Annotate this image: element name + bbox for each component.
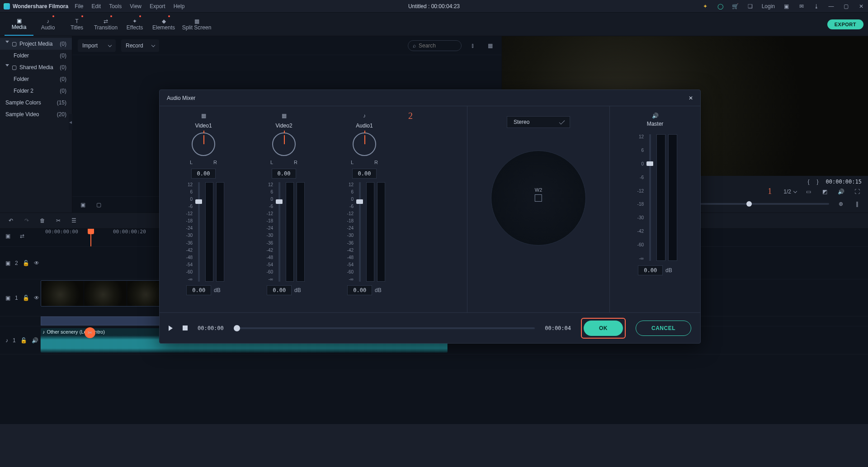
maximize-icon[interactable]: ▢ <box>843 3 849 9</box>
tab-titles[interactable]: TTitles <box>62 13 91 36</box>
mail-icon[interactable]: ✉ <box>798 3 805 9</box>
gift-icon[interactable]: ❏ <box>747 3 754 9</box>
split-icon[interactable]: ✂ <box>55 217 61 224</box>
fullscreen-icon[interactable]: ⛶ <box>853 187 862 196</box>
sidebar-shared-media[interactable]: ▢Shared Media (0) <box>0 61 72 73</box>
menu-file[interactable]: File <box>75 3 83 9</box>
folder-open-icon[interactable]: ▢ <box>95 201 102 208</box>
settings-icon[interactable]: ☰ <box>71 217 77 224</box>
mark-in-icon[interactable]: { <box>807 179 809 185</box>
sidebar-folder[interactable]: Folder(0) <box>0 73 72 85</box>
zoom-fit-icon[interactable]: ‖ <box>853 199 862 208</box>
support-icon[interactable]: ◯ <box>717 3 724 9</box>
delete-icon[interactable]: 🗑 <box>39 217 46 224</box>
split-marker-icon[interactable]: ✂ <box>85 327 95 338</box>
master-gain-value[interactable]: 0.00 <box>638 265 663 275</box>
tab-audio[interactable]: ♪Audio <box>33 13 62 36</box>
channel-meter: 1260-6-12-18-24-30-36-42-48-54-60-∞ <box>183 182 224 282</box>
pan-value[interactable]: 0.00 <box>352 169 377 179</box>
snapshot-icon[interactable]: ◩ <box>820 187 829 196</box>
close-icon[interactable]: ✕ <box>689 95 693 101</box>
sidebar-folder[interactable]: Folder(0) <box>0 50 72 61</box>
chevron-down-icon <box>559 119 565 125</box>
elements-icon: ◆ <box>160 18 167 24</box>
mute-icon[interactable]: 🔊 <box>32 337 38 344</box>
master-fader[interactable] <box>649 134 651 261</box>
gain-value[interactable]: 0.00 <box>186 285 211 295</box>
tab-media[interactable]: ▣Media <box>5 13 33 36</box>
mark-out-icon[interactable]: } <box>817 179 819 185</box>
collapse-sidebar-icon[interactable]: ◂ <box>69 114 72 130</box>
ruler-mark: 00:00:00:20 <box>113 229 146 235</box>
cancel-button[interactable]: CANCEL <box>636 321 691 336</box>
filter-icon[interactable]: ⫿ <box>467 40 479 52</box>
close-icon[interactable]: ✕ <box>858 3 864 9</box>
tab-elements[interactable]: ◆Elements <box>149 13 178 36</box>
ribbon-tabs: ▣Media ♪Audio TTitles ⇄Transition ✦Effec… <box>0 13 868 36</box>
gain-fader[interactable] <box>359 182 361 282</box>
login-button[interactable]: Login <box>762 3 775 9</box>
lock-icon[interactable]: 🔓 <box>20 337 27 344</box>
output-mode-select[interactable]: Stereo <box>507 116 570 128</box>
pan-knob[interactable] <box>272 132 296 156</box>
sidebar-sample-colors[interactable]: Sample Colors(15) <box>0 97 72 108</box>
app-name: Wondershare Filmora <box>13 3 68 9</box>
pan-value[interactable]: 0.00 <box>272 169 297 179</box>
play-slider[interactable] <box>234 327 535 329</box>
zoom-in-icon[interactable]: ⊕ <box>836 199 845 208</box>
mixer-transport: 00:00:00 00:00:04 <box>169 325 571 331</box>
tab-transition[interactable]: ⇄Transition <box>91 13 120 36</box>
gain-value[interactable]: 0.00 <box>267 285 292 295</box>
menu-help[interactable]: Help <box>174 3 185 9</box>
menu-export[interactable]: Export <box>150 3 165 9</box>
stop-icon[interactable] <box>183 325 188 330</box>
surround-panner[interactable]: W2 <box>491 151 586 245</box>
zoom-select[interactable]: 1/2 <box>783 189 797 195</box>
idea-icon[interactable]: ✦ <box>702 3 709 9</box>
sidebar-sample-video[interactable]: Sample Video(20) <box>0 108 72 120</box>
fader-thumb-icon <box>646 161 654 166</box>
volume-icon[interactable]: 🔊 <box>836 187 845 196</box>
clip-icon[interactable]: ▣ <box>5 232 11 239</box>
save-icon[interactable]: ▣ <box>783 3 790 9</box>
sidebar-project-media[interactable]: ▢Project Media (0) <box>0 38 72 50</box>
pan-value[interactable]: 0.00 <box>191 169 216 179</box>
tab-effects[interactable]: ✦Effects <box>120 13 149 36</box>
record-dropdown[interactable]: Record <box>121 39 159 52</box>
menu-tools[interactable]: Tools <box>109 3 122 9</box>
pan-knob[interactable] <box>192 132 215 156</box>
search-input[interactable]: ⌕ <box>408 40 462 51</box>
ok-button[interactable]: OK <box>584 321 623 336</box>
db-scale: 1260-6-12-18-24-30-36-42-48-54-60-∞ <box>183 182 193 282</box>
redo-icon[interactable]: ↷ <box>23 217 30 224</box>
pan-knob[interactable] <box>353 132 376 156</box>
new-folder-icon[interactable]: ▣ <box>80 201 86 208</box>
playhead-handle-icon <box>88 229 94 234</box>
menu-edit[interactable]: Edit <box>91 3 101 9</box>
undo-icon[interactable]: ↶ <box>7 217 14 224</box>
lock-icon[interactable]: 🔓 <box>23 295 29 301</box>
gain-value[interactable]: 0.00 <box>347 285 372 295</box>
channel-label: Video1 <box>195 123 212 129</box>
cart-icon[interactable]: 🛒 <box>732 3 739 9</box>
menu-view[interactable]: View <box>130 3 142 9</box>
export-button[interactable]: EXPORT <box>827 19 863 29</box>
gain-fader[interactable] <box>198 182 200 282</box>
download-icon[interactable]: ⭳ <box>813 3 820 9</box>
gain-fader[interactable] <box>278 182 280 282</box>
lock-icon[interactable]: 🔓 <box>23 260 29 266</box>
visibility-icon[interactable]: 👁 <box>34 260 39 266</box>
tab-split-screen[interactable]: ▦Split Screen <box>178 13 215 36</box>
display-icon[interactable]: ▭ <box>804 187 813 196</box>
speaker-icon: 🔊 <box>652 113 659 119</box>
search-field[interactable] <box>419 42 457 49</box>
sidebar-folder[interactable]: Folder 2(0) <box>0 85 72 97</box>
minimize-icon[interactable]: — <box>828 3 835 9</box>
play-icon[interactable] <box>169 325 173 331</box>
visibility-icon[interactable]: 👁 <box>34 295 39 301</box>
playhead[interactable] <box>90 229 91 247</box>
grid-view-icon[interactable]: ▦ <box>484 40 496 52</box>
import-dropdown[interactable]: Import <box>78 39 116 52</box>
clip-label: ♪Other scenery (Long intro) <box>42 329 105 335</box>
link-icon[interactable]: ⇄ <box>19 232 25 239</box>
